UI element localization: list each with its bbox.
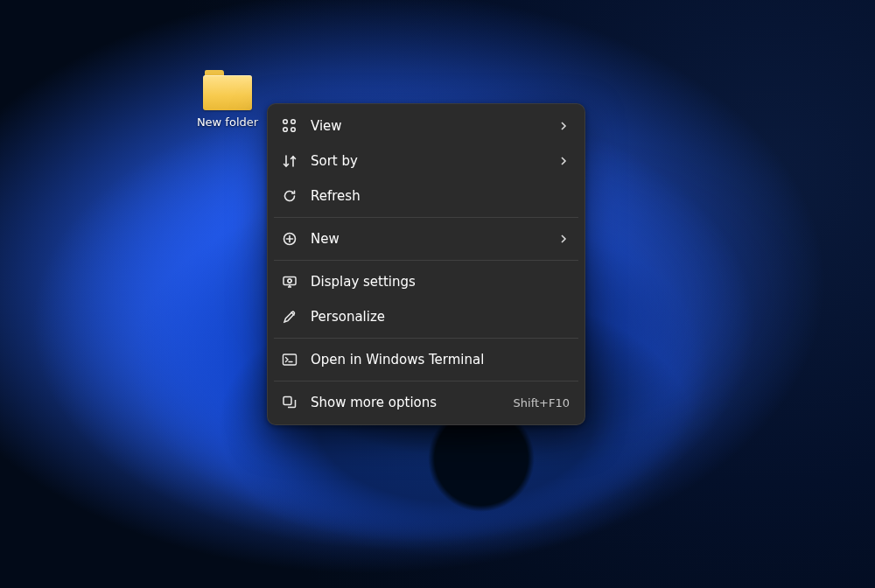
menu-item-view[interactable]: View [272,108,580,144]
menu-label: Sort by [311,153,545,169]
svg-point-0 [284,120,288,124]
terminal-icon [281,351,298,368]
menu-item-display-settings[interactable]: Display settings [272,264,580,299]
menu-separator [274,260,578,261]
menu-label: Display settings [311,274,570,290]
svg-rect-7 [284,354,297,365]
menu-item-open-terminal[interactable]: Open in Windows Terminal [272,342,580,377]
show-more-icon [281,394,298,411]
menu-item-refresh[interactable]: Refresh [272,178,580,214]
desktop-context-menu: View Sort by Refresh [267,103,585,425]
menu-separator [274,338,578,339]
desktop-icon-label: New folder [188,116,267,129]
chevron-right-icon [557,233,570,245]
refresh-icon [281,187,298,205]
chevron-right-icon [557,120,570,132]
svg-point-3 [291,128,296,132]
svg-rect-8 [284,397,291,405]
menu-item-personalize[interactable]: Personalize [272,299,580,334]
personalize-icon [281,308,298,326]
menu-label: Refresh [311,188,570,204]
svg-point-2 [284,128,288,132]
menu-label: Personalize [311,309,570,325]
folder-icon [203,70,252,110]
desktop-icon-new-folder[interactable]: New folder [188,70,267,129]
svg-point-1 [291,120,296,124]
menu-item-new[interactable]: New [272,221,580,256]
view-icon [281,117,298,135]
new-icon [281,230,298,248]
menu-label: Show more options [311,395,501,410]
chevron-right-icon [557,155,570,167]
display-settings-icon [281,273,298,290]
svg-rect-5 [284,277,296,285]
menu-separator [274,217,578,218]
menu-label: View [311,118,545,134]
menu-item-sort-by[interactable]: Sort by [272,144,580,178]
sort-icon [281,152,298,170]
menu-item-show-more-options[interactable]: Show more options Shift+F10 [272,385,580,420]
menu-separator [274,381,578,382]
menu-label: Open in Windows Terminal [311,352,570,368]
menu-label: New [311,231,545,247]
menu-shortcut: Shift+F10 [514,396,570,410]
